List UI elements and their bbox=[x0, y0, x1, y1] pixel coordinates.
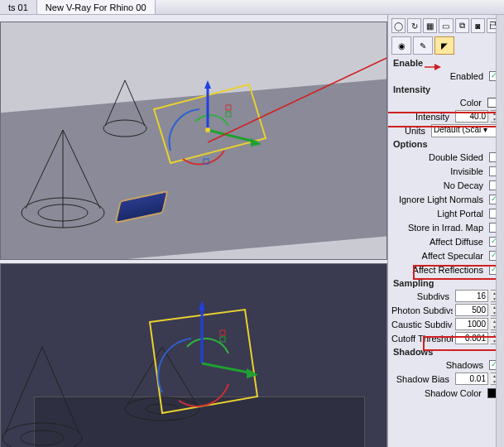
double-sided-label: Double Sided bbox=[391, 152, 487, 162]
intensity-header: Intensity bbox=[391, 83, 501, 95]
viewport-perspective[interactable] bbox=[0, 22, 387, 260]
ignore-normals-label: Ignore Light Normals bbox=[391, 195, 487, 204]
panel-toolbar-1: ◯ ↻ ▦ ▭ ⧉ ◙ 已 bbox=[391, 17, 501, 35]
tool-globe-icon[interactable]: ◯ bbox=[391, 18, 406, 33]
svg-marker-10 bbox=[204, 80, 211, 89]
cone-object-small bbox=[100, 80, 150, 140]
tool-refresh-icon[interactable]: ↻ bbox=[407, 18, 421, 33]
tool-camera-icon[interactable]: ◙ bbox=[471, 18, 485, 33]
panel-toolbar-2: ◉ ✎ ◤ bbox=[391, 35, 501, 56]
photon-subdivs-input[interactable] bbox=[455, 304, 488, 316]
svg-point-5 bbox=[103, 120, 146, 137]
svg-line-11 bbox=[208, 130, 257, 142]
shadow-bias-input[interactable] bbox=[455, 372, 488, 385]
tool-monitor-icon[interactable]: ⧉ bbox=[455, 18, 469, 33]
svg-marker-31 bbox=[247, 368, 258, 378]
document-tabs: ts 01 New V-Ray For Rhino 00 bbox=[0, 0, 504, 15]
shadows-header: Shadows bbox=[391, 345, 501, 358]
svg-line-21 bbox=[5, 347, 42, 434]
shadows-label: Shadows bbox=[391, 360, 487, 370]
svg-line-6 bbox=[105, 80, 125, 126]
subdivs-label: Subdivs bbox=[391, 291, 453, 301]
rect-light-gizmo-b[interactable] bbox=[137, 297, 278, 423]
caustic-subdivs-label: Caustic Subdivs bbox=[391, 320, 453, 329]
tab-1[interactable]: ts 01 bbox=[0, 0, 37, 14]
cone-object-large-b bbox=[1, 347, 92, 447]
light-portal-label: Light Portal bbox=[391, 209, 487, 219]
svg-rect-14 bbox=[226, 112, 231, 117]
options-header: Options bbox=[391, 137, 501, 150]
cone-object-large bbox=[17, 130, 108, 231]
shadow-color-label: Shadow Color bbox=[391, 388, 485, 398]
tool-sphere-icon[interactable]: ◉ bbox=[391, 36, 411, 55]
annotation-arrow-small bbox=[425, 63, 441, 71]
affect-diffuse-label: Affect Diffuse bbox=[391, 237, 487, 247]
tool-light-icon[interactable]: ◤ bbox=[434, 36, 454, 55]
svg-marker-27 bbox=[150, 310, 257, 413]
color-label: Color bbox=[391, 98, 485, 108]
intensity-input[interactable] bbox=[455, 110, 488, 123]
cutoff-input[interactable] bbox=[455, 332, 488, 344]
cutoff-label: Cutoff Threshold bbox=[391, 334, 453, 344]
tool-palette-icon[interactable]: ▦ bbox=[423, 18, 437, 33]
svg-point-16 bbox=[205, 127, 210, 132]
intensity-label: Intensity bbox=[391, 112, 453, 122]
viewport-bottom[interactable] bbox=[0, 263, 387, 447]
svg-point-19 bbox=[2, 423, 82, 447]
svg-marker-8 bbox=[154, 84, 266, 163]
enable-header: Enable bbox=[391, 56, 501, 69]
store-irrad-label: Store in Irrad. Map bbox=[391, 223, 487, 233]
tab-2[interactable]: New V-Ray For Rhino 00 bbox=[37, 0, 156, 14]
svg-line-22 bbox=[42, 347, 79, 434]
light-properties-panel: ◯ ↻ ▦ ▭ ⧉ ◙ 已 ◉ ✎ ◤ Enable Enabled Inten… bbox=[387, 15, 504, 447]
enabled-label: Enabled bbox=[391, 71, 487, 81]
svg-rect-13 bbox=[226, 105, 231, 110]
svg-point-20 bbox=[21, 430, 64, 445]
photon-subdivs-label: Photon Subdivs bbox=[391, 305, 453, 315]
svg-line-7 bbox=[125, 80, 145, 126]
tool-page-icon[interactable]: ▭ bbox=[439, 18, 453, 33]
tab-1-label: ts 01 bbox=[8, 2, 28, 12]
panel-scrollbar[interactable] bbox=[496, 15, 504, 447]
affect-refl-label: Affect Reflections bbox=[391, 265, 487, 275]
units-label: Units bbox=[391, 126, 429, 136]
svg-rect-33 bbox=[220, 337, 225, 342]
svg-line-30 bbox=[202, 363, 253, 373]
svg-line-3 bbox=[63, 130, 100, 209]
svg-marker-35 bbox=[434, 64, 441, 70]
workspace bbox=[0, 15, 387, 447]
svg-marker-29 bbox=[199, 300, 205, 310]
shadow-bias-label: Shadow Bias bbox=[391, 374, 453, 384]
rect-light-gizmo[interactable] bbox=[150, 80, 282, 173]
tool-brush-icon[interactable]: ✎ bbox=[413, 36, 433, 55]
affect-specular-label: Affect Specular bbox=[391, 251, 487, 261]
svg-rect-32 bbox=[220, 330, 225, 335]
caustic-subdivs-input[interactable] bbox=[455, 318, 488, 330]
invisible-label: Invisible bbox=[391, 166, 487, 176]
subdivs-input[interactable] bbox=[455, 290, 488, 302]
svg-line-2 bbox=[26, 130, 63, 209]
sampling-header: Sampling bbox=[391, 276, 501, 289]
no-decay-label: No Decay bbox=[391, 180, 487, 190]
tab-2-label: New V-Ray For Rhino 00 bbox=[46, 2, 146, 12]
units-dropdown[interactable]: Default (Scal ▾ bbox=[431, 124, 499, 137]
